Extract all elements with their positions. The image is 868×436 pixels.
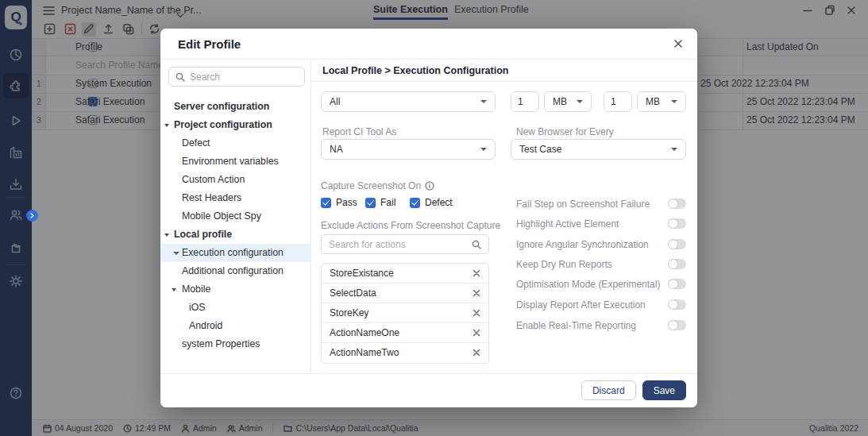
toggle-off[interactable] xyxy=(668,279,686,289)
size1-input[interactable]: 1 xyxy=(511,91,539,112)
discard-button[interactable]: Discard xyxy=(581,380,636,400)
nav-item-android[interactable]: Android xyxy=(160,317,311,335)
search-icon xyxy=(176,72,185,82)
dialog-title: Edit Profile xyxy=(178,37,241,51)
toggle-off[interactable] xyxy=(668,239,686,249)
toggle-off[interactable] xyxy=(668,218,686,229)
nav-item-custom-action[interactable]: Custom Action xyxy=(160,171,311,189)
toggle-row: Ignore Angular Synchronization xyxy=(516,238,686,251)
toggle-off[interactable] xyxy=(668,199,686,209)
dialog-main-panel: Local Profile > Execution Configuration … xyxy=(311,60,697,373)
excluded-action-row: StoreKey xyxy=(322,303,488,323)
new-browser-select[interactable]: Test Case xyxy=(511,139,686,160)
nav-item-execution-configuration[interactable]: Execution configuration xyxy=(160,244,311,262)
excluded-action-row: ActionNameTwo xyxy=(322,343,488,363)
nav-item-server-configuration[interactable]: Server configuration xyxy=(160,98,311,116)
checkbox-fail[interactable]: Fail xyxy=(365,197,395,208)
checkbox-checked-icon xyxy=(410,198,420,208)
excluded-action-row: SelectData xyxy=(322,284,488,303)
breadcrumb: Local Profile > Execution Configuration xyxy=(311,60,697,82)
toggle-label: Optimisation Mode (Experimental) xyxy=(516,279,660,290)
size1-unit-select[interactable]: MB xyxy=(544,91,592,112)
save-button[interactable]: Save xyxy=(642,380,686,400)
new-browser-label: New Browser for Every xyxy=(516,126,614,137)
nav-item-mobile[interactable]: Mobile xyxy=(160,280,311,299)
toggle-off[interactable] xyxy=(668,320,686,330)
toggle-row: Display Report After Execution xyxy=(516,299,686,311)
nav-search-box[interactable] xyxy=(168,67,305,87)
caret-down-icon xyxy=(164,124,169,127)
close-icon[interactable] xyxy=(672,37,685,50)
nav-item-additional-configuration[interactable]: Additional configuration xyxy=(160,262,311,280)
checkbox-checked-icon xyxy=(321,198,331,208)
toggle-label: Keep Dry Run Reports xyxy=(516,259,612,270)
report-ci-select[interactable]: NA xyxy=(321,139,496,160)
toggle-row: Optimisation Mode (Experimental) xyxy=(516,278,686,291)
nav-item-defect[interactable]: Defect xyxy=(160,134,311,152)
remove-icon[interactable] xyxy=(472,328,481,338)
remove-icon[interactable] xyxy=(472,308,481,318)
size2-input[interactable]: 1 xyxy=(604,91,632,112)
toggle-label: Enable Real-Time Reporting xyxy=(516,320,636,331)
config-tree: Server configuration Project configurati… xyxy=(160,98,311,353)
filter-all-select[interactable]: All xyxy=(321,91,496,112)
remove-icon[interactable] xyxy=(472,268,481,278)
toggle-row: Enable Real-Time Reporting xyxy=(516,319,686,332)
nav-item-project-configuration[interactable]: Project configuration xyxy=(160,116,311,134)
toggle-off[interactable] xyxy=(668,299,686,310)
toggle-label: Highlight Active Element xyxy=(516,218,619,230)
actions-search-box[interactable] xyxy=(321,234,489,254)
nav-search-input[interactable] xyxy=(190,71,285,83)
nav-item-environment-variables[interactable]: Environment variables xyxy=(160,152,311,171)
checkbox-pass[interactable]: Pass xyxy=(321,197,357,208)
dialog-nav-panel: Server configuration Project configurati… xyxy=(160,60,311,373)
remove-icon[interactable] xyxy=(472,288,481,298)
actions-search-input[interactable] xyxy=(329,239,456,250)
caret-down-icon xyxy=(164,233,169,237)
toggle-row: Fail Step on Screenshot Failure xyxy=(516,198,686,210)
sidebar-expand-chevron[interactable] xyxy=(26,210,38,222)
toggle-label: Display Report After Execution xyxy=(516,299,646,311)
checkbox-checked-icon xyxy=(365,198,376,208)
edit-profile-dialog: Edit Profile Server configuration Projec… xyxy=(160,29,697,407)
capture-screenshot-label: Capture Screenshot On xyxy=(321,180,434,191)
toggle-off[interactable] xyxy=(668,259,686,269)
toggle-row: Highlight Active Element xyxy=(516,218,686,230)
info-icon[interactable] xyxy=(425,181,434,191)
excluded-action-row: StoreExistance xyxy=(322,264,488,284)
nav-item-system-properties[interactable]: system Properties xyxy=(160,335,311,353)
exclude-actions-label: Exclude Actions From Screenshot Capture xyxy=(321,220,500,231)
nav-item-local-profile[interactable]: Local profile xyxy=(160,226,311,244)
search-icon xyxy=(472,240,481,249)
excluded-action-row: ActionNameOne xyxy=(322,323,488,343)
nav-item-mobile-object-spy[interactable]: Mobile Object Spy xyxy=(160,207,311,226)
toggle-row: Keep Dry Run Reports xyxy=(516,258,686,271)
toggle-label: Fail Step on Screenshot Failure xyxy=(516,199,650,210)
remove-icon[interactable] xyxy=(472,348,481,357)
nav-item-ios[interactable]: iOS xyxy=(160,299,311,317)
toggle-label: Ignore Angular Synchronization xyxy=(516,239,649,250)
checkbox-defect[interactable]: Defect xyxy=(410,197,453,208)
caret-down-icon xyxy=(172,288,176,291)
report-ci-label: Report CI Tool As xyxy=(322,126,396,137)
nav-item-rest-headers[interactable]: Rest Headers xyxy=(160,189,311,207)
excluded-actions-list: StoreExistance SelectData StoreKey Actio… xyxy=(321,263,489,364)
size2-unit-select[interactable]: MB xyxy=(637,91,686,112)
